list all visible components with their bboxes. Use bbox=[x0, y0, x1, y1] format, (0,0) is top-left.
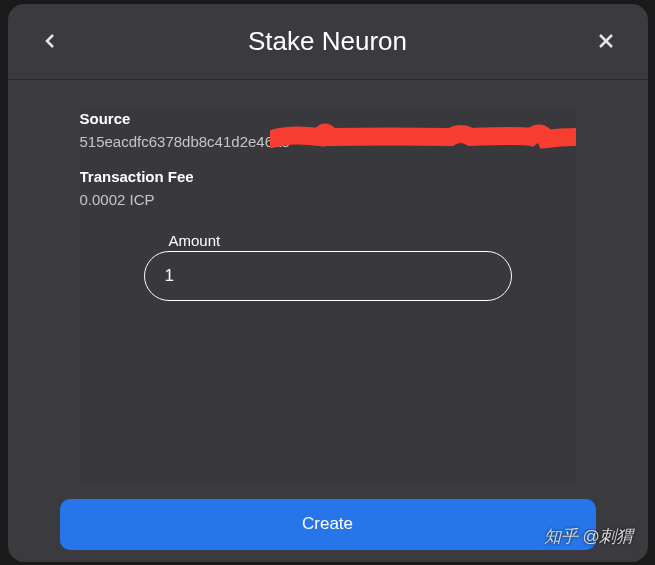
modal-title: Stake Neuron bbox=[62, 26, 594, 57]
amount-input[interactable] bbox=[144, 251, 512, 301]
amount-label: Amount bbox=[169, 232, 512, 249]
source-value: 515eacdfc6378db8c41d2e46a8 bbox=[80, 133, 576, 150]
modal-footer: Create bbox=[8, 499, 648, 562]
fee-label: Transaction Fee bbox=[80, 168, 576, 185]
modal-header: Stake Neuron bbox=[8, 4, 648, 80]
amount-section: Amount bbox=[80, 232, 576, 301]
redaction-mark bbox=[270, 123, 576, 151]
chevron-left-icon bbox=[45, 33, 55, 49]
create-button[interactable]: Create bbox=[60, 499, 596, 550]
modal-content: Source 515eacdfc6378db8c41d2e46a8 Transa… bbox=[8, 80, 648, 499]
close-button[interactable] bbox=[594, 29, 618, 53]
close-icon bbox=[598, 33, 614, 49]
fee-value: 0.0002 ICP bbox=[80, 191, 576, 208]
amount-wrapper: Amount bbox=[144, 232, 512, 301]
content-inner: Source 515eacdfc6378db8c41d2e46a8 Transa… bbox=[80, 110, 576, 483]
back-button[interactable] bbox=[38, 29, 62, 53]
stake-neuron-modal: Stake Neuron Source 515eacdfc6378db8c41d… bbox=[8, 4, 648, 562]
